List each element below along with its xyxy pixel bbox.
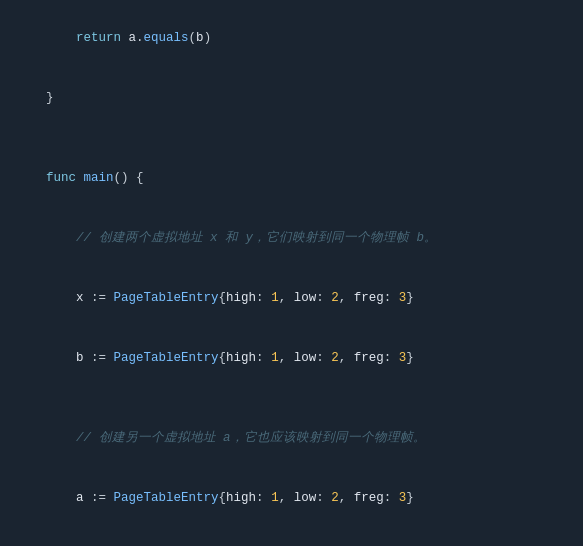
code-line bbox=[16, 388, 567, 408]
code-line bbox=[16, 128, 567, 148]
code-line: b := PageTableEntry{high: 1, low: 2, fre… bbox=[16, 328, 567, 388]
code-line: return a.equals(b) bbox=[16, 8, 567, 68]
code-line bbox=[16, 528, 567, 546]
code-block: return a.equals(b) } func main() { // 创建… bbox=[0, 0, 583, 546]
code-line: } bbox=[16, 68, 567, 128]
code-line: x := PageTableEntry{high: 1, low: 2, fre… bbox=[16, 268, 567, 328]
code-line: a := PageTableEntry{high: 1, low: 2, fre… bbox=[16, 468, 567, 528]
code-line: func main() { bbox=[16, 148, 567, 208]
code-line: // 创建两个虚拟地址 x 和 y，它们映射到同一个物理帧 b。 bbox=[16, 208, 567, 268]
code-line: // 创建另一个虚拟地址 a，它也应该映射到同一个物理帧。 bbox=[16, 408, 567, 468]
